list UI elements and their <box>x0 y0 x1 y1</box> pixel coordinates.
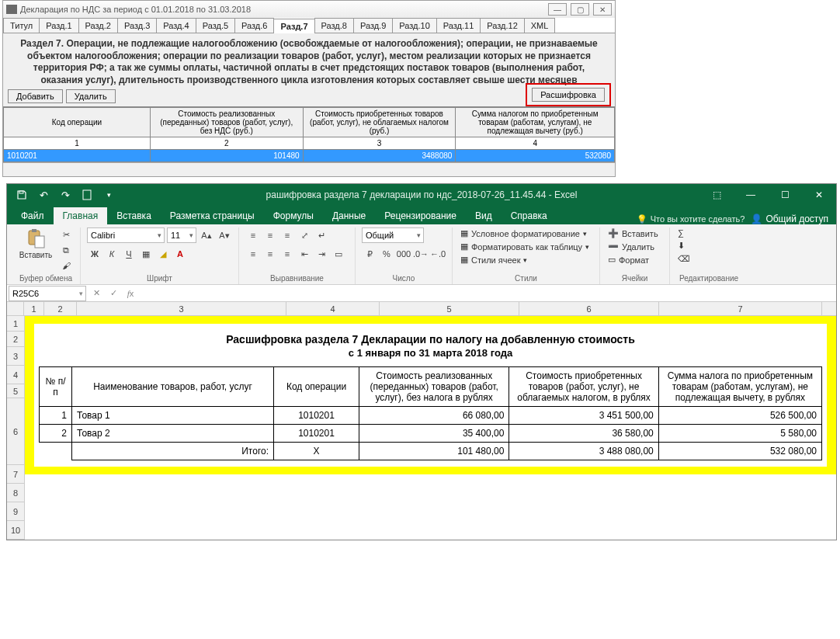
row-header-9[interactable]: 9 <box>7 502 24 521</box>
font-name-combo[interactable]: Calibri <box>87 227 165 243</box>
format-cells-button[interactable]: ▭Формат <box>606 254 651 266</box>
decrease-font-icon[interactable]: A▾ <box>217 227 232 243</box>
section-tab-Разд.11[interactable]: Разд.11 <box>436 18 481 33</box>
excel-close-button[interactable]: ✕ <box>802 184 836 206</box>
copy-icon[interactable]: ⧉ <box>58 243 74 257</box>
number-format-combo[interactable]: Общий <box>362 227 424 243</box>
report-table[interactable]: № п/п Наименование товаров, работ, услуг… <box>39 366 822 460</box>
conditional-formatting-button[interactable]: ▦Условное форматирование▾ <box>459 227 588 239</box>
cut-icon[interactable]: ✂ <box>58 227 74 241</box>
wrap-text-icon[interactable]: ↵ <box>314 227 329 243</box>
select-all-corner[interactable] <box>7 302 24 316</box>
increase-font-icon[interactable]: A▴ <box>199 227 214 243</box>
comma-icon[interactable]: 000 <box>396 246 411 262</box>
inc-decimal-icon[interactable]: .0→ <box>413 246 429 262</box>
save-icon[interactable] <box>15 188 29 202</box>
font-size-combo[interactable]: 11 <box>167 227 196 243</box>
underline-icon[interactable]: Ч <box>121 246 137 262</box>
section-tab-Титул[interactable]: Титул <box>3 18 40 33</box>
align-right-icon[interactable]: ≡ <box>279 246 295 262</box>
name-box[interactable]: R25C6 <box>9 286 86 301</box>
font-color-icon[interactable]: A <box>172 246 188 262</box>
operations-grid[interactable]: Код операции Стоимость реализованных (пе… <box>3 107 615 162</box>
format-painter-icon[interactable]: 🖌 <box>58 259 74 273</box>
section-tab-Разд.5[interactable]: Разд.5 <box>196 18 235 33</box>
section-tab-Разд.8[interactable]: Разд.8 <box>314 18 354 33</box>
cell-code[interactable]: 1010201 <box>4 150 151 162</box>
tab-home[interactable]: Главная <box>54 207 108 224</box>
worksheet[interactable]: 1234567 12345678910 Расшифровка раздела … <box>7 302 836 540</box>
row-header-7[interactable]: 7 <box>7 465 24 484</box>
close-button[interactable]: ✕ <box>593 3 612 16</box>
tab-data[interactable]: Данные <box>323 207 375 224</box>
ribbon-options-icon[interactable]: ⬚ <box>699 184 734 206</box>
bold-icon[interactable]: Ж <box>87 246 102 262</box>
section-tab-Разд.4[interactable]: Разд.4 <box>156 18 196 33</box>
row-header-1[interactable]: 1 <box>7 316 24 332</box>
section-tab-XML[interactable]: XML <box>524 18 556 33</box>
tab-review[interactable]: Рецензирование <box>375 207 466 224</box>
cell-v2[interactable]: 3488080 <box>303 150 456 162</box>
section-tab-Разд.10[interactable]: Разд.10 <box>392 18 436 33</box>
col-header-5[interactable]: 5 <box>380 302 519 315</box>
row-header-3[interactable]: 3 <box>7 347 24 366</box>
decode-button[interactable]: Расшифровка <box>532 88 605 102</box>
tell-me[interactable]: 💡 Что вы хотите сделать? <box>637 214 745 224</box>
align-top-icon[interactable]: ≡ <box>245 227 261 243</box>
table-row[interactable]: 1Товар 1101020166 080,003 451 500,00526 … <box>40 407 822 425</box>
excel-maximize-button[interactable]: ☐ <box>768 184 802 206</box>
delete-button[interactable]: Удалить <box>66 89 116 103</box>
tab-file[interactable]: Файл <box>12 207 54 224</box>
tab-layout[interactable]: Разметка страницы <box>161 207 264 224</box>
undo-icon[interactable]: ↶ <box>36 188 50 202</box>
fx-icon[interactable]: fx <box>122 286 139 301</box>
tab-formulas[interactable]: Формулы <box>264 207 323 224</box>
clear-button[interactable]: ⌫ <box>676 253 692 265</box>
new-icon[interactable] <box>80 188 94 202</box>
col-header-6[interactable]: 6 <box>519 302 659 315</box>
row-header-8[interactable]: 8 <box>7 484 24 502</box>
redo-icon[interactable]: ↷ <box>58 188 72 202</box>
table-row[interactable]: 2Товар 2101020135 400,0036 580,005 580,0… <box>40 425 822 443</box>
cell-v1[interactable]: 101480 <box>150 150 303 162</box>
section-tab-Разд.12[interactable]: Разд.12 <box>480 18 524 33</box>
cancel-fx-icon[interactable]: ✕ <box>88 286 105 301</box>
total-row[interactable]: Итого: Х 101 480,00 3 488 080,00 532 080… <box>40 443 822 460</box>
formula-input[interactable] <box>139 286 836 301</box>
col-header-1[interactable]: 1 <box>24 302 44 315</box>
paste-button[interactable]: Вставить <box>18 227 54 259</box>
row-header-5[interactable]: 5 <box>7 384 24 398</box>
merge-icon[interactable]: ▭ <box>331 246 346 262</box>
align-center-icon[interactable]: ≡ <box>262 246 278 262</box>
fill-button[interactable]: ⬇ <box>676 240 686 252</box>
tab-help[interactable]: Справка <box>502 207 557 224</box>
maximize-button[interactable]: ▢ <box>571 3 589 16</box>
align-middle-icon[interactable]: ≡ <box>262 227 278 243</box>
autosum-button[interactable]: ∑ <box>676 227 686 238</box>
percent-icon[interactable]: % <box>379 246 394 262</box>
col-header-3[interactable]: 3 <box>77 302 286 315</box>
section-tab-Разд.9[interactable]: Разд.9 <box>353 18 393 33</box>
qat-more-icon[interactable]: ▾ <box>102 188 116 202</box>
section-tab-Разд.3[interactable]: Разд.3 <box>117 18 157 33</box>
cell-styles-button[interactable]: ▦Стили ячеек▾ <box>459 254 529 266</box>
col-header-2[interactable]: 2 <box>44 302 77 315</box>
delete-cells-button[interactable]: ➖Удалить <box>606 241 656 252</box>
dec-decimal-icon[interactable]: ←.0 <box>430 246 446 262</box>
row-header-10[interactable]: 10 <box>7 521 24 540</box>
cell-v3[interactable]: 532080 <box>456 150 615 162</box>
orientation-icon[interactable]: ⤢ <box>297 227 312 243</box>
align-bottom-icon[interactable]: ≡ <box>279 227 295 243</box>
minimize-button[interactable]: — <box>548 3 567 16</box>
fill-color-icon[interactable]: ◢ <box>155 246 171 262</box>
row-header-4[interactable]: 4 <box>7 366 24 384</box>
tab-insert[interactable]: Вставка <box>107 207 161 224</box>
row-header-2[interactable]: 2 <box>7 332 24 347</box>
add-button[interactable]: Добавить <box>8 89 63 103</box>
table-row[interactable]: 1010201 101480 3488080 532080 <box>4 150 615 162</box>
italic-icon[interactable]: К <box>104 246 120 262</box>
excel-minimize-button[interactable]: — <box>734 184 768 206</box>
format-as-table-button[interactable]: ▦Форматировать как таблицу▾ <box>459 241 591 252</box>
section-tab-Разд.1[interactable]: Разд.1 <box>39 18 78 33</box>
indent-dec-icon[interactable]: ⇤ <box>297 246 312 262</box>
